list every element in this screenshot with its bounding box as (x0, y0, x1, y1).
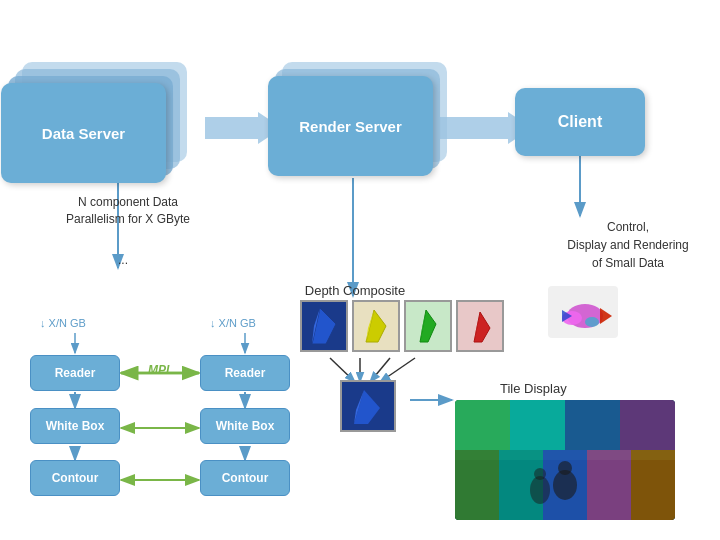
reader-2-box: Reader (200, 355, 290, 391)
svg-point-49 (534, 468, 546, 480)
svg-rect-40 (620, 400, 675, 450)
contour-1-box: Contour (30, 460, 120, 496)
svg-rect-38 (510, 400, 565, 450)
svg-rect-37 (455, 400, 510, 450)
svg-rect-45 (631, 450, 675, 520)
mpi-label: MPI (148, 363, 169, 377)
xn-gb-label-1: ↓ X/N GB (40, 316, 86, 331)
client-label: Client (558, 113, 602, 131)
whitebox-1-box: White Box (30, 408, 120, 444)
svg-point-53 (585, 317, 599, 327)
depth-img-2 (352, 300, 400, 352)
depth-img-3 (404, 300, 452, 352)
depth-composite-label: Depth Composite (295, 282, 415, 300)
svg-line-10 (370, 358, 390, 382)
data-server-box: Data Server (1, 83, 166, 183)
depth-img-4 (456, 300, 504, 352)
svg-line-11 (380, 358, 415, 382)
svg-marker-31 (474, 312, 490, 342)
xn-gb-label-2: ↓ X/N GB (210, 316, 256, 331)
whitebox-2-box: White Box (200, 408, 290, 444)
data-server-label: Data Server (42, 125, 125, 142)
control-display-label: Control,Display and Renderingof Small Da… (548, 218, 708, 272)
svg-rect-44 (587, 450, 631, 520)
reader-1-box: Reader (30, 355, 120, 391)
svg-point-48 (530, 476, 550, 504)
svg-rect-39 (565, 400, 620, 450)
n-component-label: N component DataParallelism for X GByte (58, 194, 198, 228)
ellipsis-label: ... (118, 252, 128, 269)
tile-display-image (455, 400, 675, 520)
merged-composite-image (340, 380, 396, 432)
svg-rect-41 (455, 450, 499, 520)
depth-composite-images (300, 300, 504, 352)
render-server-label: Render Server (299, 118, 402, 135)
contour-2-box: Contour (200, 460, 290, 496)
tile-display-label: Tile Display (500, 380, 567, 398)
render-server-box: Render Server (268, 76, 433, 176)
svg-line-8 (330, 358, 355, 382)
model-image (548, 286, 618, 338)
svg-marker-52 (600, 308, 612, 324)
svg-point-47 (558, 461, 572, 475)
depth-img-1 (300, 300, 348, 352)
client-box: Client (515, 88, 645, 156)
svg-marker-29 (420, 310, 436, 342)
